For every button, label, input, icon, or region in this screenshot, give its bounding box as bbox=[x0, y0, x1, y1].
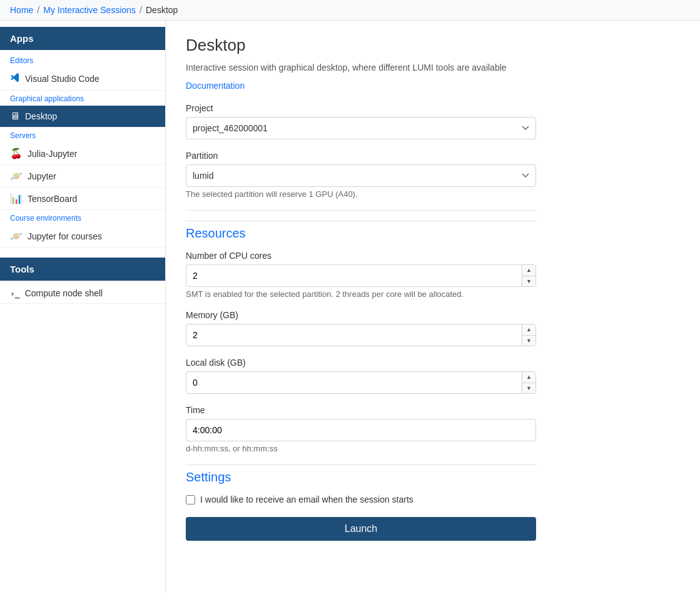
cpu-hint: SMT is enabled for the selected partitio… bbox=[186, 289, 536, 299]
partition-group: Partition lumid The selected partition w… bbox=[186, 151, 536, 199]
jupyter-courses-icon: 🪐 bbox=[10, 230, 23, 242]
time-label: Time bbox=[186, 405, 536, 415]
project-select[interactable]: project_462000001 bbox=[186, 117, 536, 139]
local-disk-input[interactable] bbox=[186, 371, 536, 394]
breadcrumb: Home / My Interactive Sessions / Desktop bbox=[0, 0, 700, 21]
sidebar-item-jupyter[interactable]: 🪐 Jupyter bbox=[0, 165, 165, 188]
sidebar-category-servers: Servers bbox=[0, 128, 165, 143]
terminal-icon: ›_ bbox=[10, 289, 20, 298]
time-hint: d-hh:mm:ss, or hh:mm:ss bbox=[186, 444, 536, 453]
time-group: Time d-hh:mm:ss, or hh:mm:ss bbox=[186, 405, 536, 453]
partition-hint: The selected partition will reserve 1 GP… bbox=[186, 189, 536, 199]
sidebar-item-tensorboard[interactable]: 📊 TensorBoard bbox=[0, 188, 165, 210]
partition-label: Partition bbox=[186, 151, 536, 161]
julia-icon: 🍒 bbox=[10, 148, 23, 159]
memory-input[interactable] bbox=[186, 324, 536, 346]
cpu-cores-down[interactable]: ▼ bbox=[522, 276, 535, 287]
breadcrumb-sep-1: / bbox=[37, 5, 39, 15]
sidebar-category-graphical: Graphical applications bbox=[0, 91, 165, 106]
project-label: Project bbox=[186, 103, 536, 113]
email-checkbox[interactable] bbox=[186, 495, 195, 504]
sidebar-item-julia-jupyter[interactable]: 🍒 Julia-Jupyter bbox=[0, 143, 165, 165]
cpu-cores-group: Number of CPU cores ▲ ▼ SMT is enabled f… bbox=[186, 251, 536, 299]
local-disk-group: Local disk (GB) ▲ ▼ bbox=[186, 358, 536, 394]
resources-divider bbox=[186, 210, 536, 211]
jupyter-label: Jupyter bbox=[28, 171, 56, 181]
memory-spinner: ▲ ▼ bbox=[522, 324, 535, 346]
vscode-label: Visual Studio Code bbox=[25, 74, 99, 84]
breadcrumb-sep-2: / bbox=[139, 5, 142, 15]
sidebar-category-editors: Editors bbox=[0, 53, 165, 68]
memory-wrapper: ▲ ▼ bbox=[186, 324, 536, 346]
local-disk-down[interactable]: ▼ bbox=[522, 383, 535, 394]
sidebar-tools-header: Tools bbox=[0, 258, 165, 281]
local-disk-up[interactable]: ▲ bbox=[522, 372, 535, 383]
breadcrumb-interactive-sessions[interactable]: My Interactive Sessions bbox=[43, 5, 136, 15]
main-content: Desktop Interactive session with graphic… bbox=[166, 21, 700, 592]
sidebar: Apps Editors Visual Studio Code Graphica… bbox=[0, 21, 166, 592]
cpu-cores-input[interactable] bbox=[186, 264, 536, 287]
project-group: Project project_462000001 bbox=[186, 103, 536, 139]
desktop-icon: 🖥 bbox=[10, 111, 20, 122]
julia-jupyter-label: Julia-Jupyter bbox=[28, 149, 77, 159]
partition-select[interactable]: lumid bbox=[186, 164, 536, 187]
local-disk-label: Local disk (GB) bbox=[186, 358, 536, 368]
memory-down[interactable]: ▼ bbox=[522, 336, 535, 346]
compute-node-shell-label: Compute node shell bbox=[25, 288, 103, 298]
tensorboard-icon: 📊 bbox=[10, 193, 23, 204]
breadcrumb-home[interactable]: Home bbox=[10, 5, 33, 15]
cpu-cores-label: Number of CPU cores bbox=[186, 251, 536, 261]
vscode-icon bbox=[10, 73, 20, 85]
documentation-link[interactable]: Documentation bbox=[186, 81, 245, 91]
breadcrumb-current: Desktop bbox=[146, 5, 178, 15]
time-input[interactable] bbox=[186, 419, 536, 441]
local-disk-wrapper: ▲ ▼ bbox=[186, 371, 536, 394]
cpu-cores-spinner: ▲ ▼ bbox=[522, 265, 535, 286]
memory-label: Memory (GB) bbox=[186, 310, 536, 320]
email-checkbox-text: I would like to receive an email when th… bbox=[200, 494, 413, 504]
form-section: Project project_462000001 Partition lumi… bbox=[186, 103, 536, 541]
resources-title: Resources bbox=[186, 221, 536, 241]
sidebar-apps-header: Apps bbox=[0, 27, 165, 50]
launch-button[interactable]: Launch bbox=[186, 517, 536, 541]
jupyter-courses-label: Jupyter for courses bbox=[28, 231, 102, 241]
email-checkbox-label[interactable]: I would like to receive an email when th… bbox=[186, 494, 536, 504]
sidebar-category-course: Course environments bbox=[0, 210, 165, 225]
sidebar-item-desktop[interactable]: 🖥 Desktop bbox=[0, 106, 165, 128]
cpu-cores-wrapper: ▲ ▼ bbox=[186, 264, 536, 287]
tensorboard-label: TensorBoard bbox=[28, 194, 77, 204]
desktop-label: Desktop bbox=[25, 111, 57, 121]
settings-title: Settings bbox=[186, 470, 536, 484]
memory-group: Memory (GB) ▲ ▼ bbox=[186, 310, 536, 346]
sidebar-item-compute-node-shell[interactable]: ›_ Compute node shell bbox=[0, 283, 165, 304]
local-disk-spinner: ▲ ▼ bbox=[522, 372, 535, 393]
sidebar-item-jupyter-courses[interactable]: 🪐 Jupyter for courses bbox=[0, 225, 165, 248]
page-description: Interactive session with graphical deskt… bbox=[186, 61, 536, 74]
settings-section: Settings I would like to receive an emai… bbox=[186, 464, 536, 541]
sidebar-item-vscode[interactable]: Visual Studio Code bbox=[0, 68, 165, 91]
page-title: Desktop bbox=[186, 36, 680, 55]
jupyter-icon: 🪐 bbox=[10, 170, 23, 182]
memory-up[interactable]: ▲ bbox=[522, 324, 535, 336]
cpu-cores-up[interactable]: ▲ bbox=[522, 265, 535, 276]
